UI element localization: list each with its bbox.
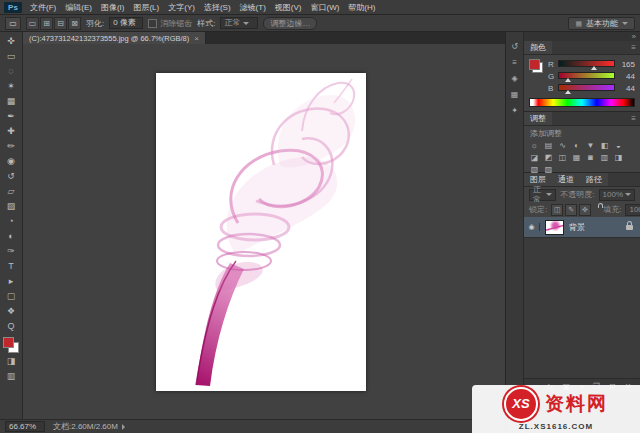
shape-tool-icon[interactable]: ▢ xyxy=(3,290,19,303)
lock-position-icon[interactable]: ✜ xyxy=(579,204,591,216)
feather-input[interactable]: 0 像素 xyxy=(109,17,143,29)
selection-mode-icon[interactable]: ⊟ xyxy=(54,17,67,30)
menu-item[interactable]: 滤镜(T) xyxy=(240,2,266,13)
channel-value[interactable]: 44 xyxy=(619,72,635,81)
brush-tool-icon[interactable]: ✏ xyxy=(3,140,19,153)
brightness-contrast-icon[interactable]: ☼ xyxy=(528,140,541,151)
lasso-tool-icon[interactable]: ◌ xyxy=(3,65,19,78)
slider-track[interactable] xyxy=(558,60,615,67)
hue-saturation-icon[interactable]: ◧ xyxy=(598,140,611,151)
tab-color[interactable]: 颜色 xyxy=(524,41,552,54)
vibrance-icon[interactable]: ▼ xyxy=(584,140,597,151)
styles-panel-icon[interactable]: ✦ xyxy=(511,106,518,115)
lock-transparency-icon[interactable]: ◫ xyxy=(551,204,563,216)
menu-item[interactable]: 图像(I) xyxy=(101,2,125,13)
eraser-tool-icon[interactable]: ▱ xyxy=(3,185,19,198)
layer-thumbnail[interactable] xyxy=(545,220,564,235)
layers-panel-tab[interactable]: 路径 xyxy=(580,173,608,186)
threshold-icon[interactable]: ◨ xyxy=(612,152,625,163)
photo-filter-icon[interactable]: ◩ xyxy=(542,152,555,163)
black-white-icon[interactable]: ◪ xyxy=(528,152,541,163)
collapse-panels-icon[interactable]: » xyxy=(632,32,636,41)
layer-visibility-eye-icon[interactable]: ◉ xyxy=(524,223,540,231)
blur-tool-icon[interactable]: ◔ xyxy=(3,215,19,228)
selection-mode-icon[interactable]: ⊞ xyxy=(40,17,53,30)
selection-mode-icon[interactable]: ⊠ xyxy=(68,17,81,30)
menu-item[interactable]: 图层(L) xyxy=(133,2,159,13)
exposure-icon[interactable]: ◐ xyxy=(570,140,583,151)
close-icon[interactable]: × xyxy=(194,34,199,43)
zoom-level-field[interactable]: 66.67% xyxy=(5,421,45,432)
properties-panel-icon[interactable]: ≡ xyxy=(512,58,517,67)
active-tool-icon[interactable]: ▭ xyxy=(5,17,21,30)
history-panel-icon[interactable]: ↺ xyxy=(511,42,518,51)
clone-stamp-tool-icon[interactable]: ◉ xyxy=(3,155,19,168)
move-tool-icon[interactable]: ✜ xyxy=(3,35,19,48)
magic-wand-tool-icon[interactable]: ✶ xyxy=(3,80,19,93)
style-select[interactable]: 正常 xyxy=(220,17,258,29)
path-selection-tool-icon[interactable]: ▸ xyxy=(3,275,19,288)
menu-item[interactable]: 编辑(E) xyxy=(65,2,92,13)
type-tool-icon[interactable]: T xyxy=(3,260,19,273)
menu-item[interactable]: 窗口(W) xyxy=(310,2,339,13)
info-panel-icon[interactable]: ◈ xyxy=(511,74,517,83)
color-lookup-icon[interactable]: ▦ xyxy=(570,152,583,163)
selection-mode-icon[interactable]: ▭ xyxy=(26,17,39,30)
slider-marker-icon[interactable] xyxy=(591,66,597,70)
workspace-switcher-button[interactable]: ▦ 基本功能 xyxy=(568,17,635,30)
curves-icon[interactable]: ∿ xyxy=(556,140,569,151)
screen-mode-icon[interactable]: ▥ xyxy=(3,370,19,383)
checkbox-icon[interactable] xyxy=(148,19,157,28)
color-swatches[interactable] xyxy=(3,337,19,353)
channel-mixer-icon[interactable]: ◫ xyxy=(556,152,569,163)
rectangular-marquee-tool-icon[interactable]: ▭ xyxy=(3,50,19,63)
channel-value[interactable]: 165 xyxy=(619,60,635,69)
document-size-info[interactable]: 文档:2.60M/2.60M xyxy=(53,421,125,432)
slider-marker-icon[interactable] xyxy=(565,78,571,82)
levels-icon[interactable]: ▤ xyxy=(542,140,555,151)
menu-item[interactable]: 文件(F) xyxy=(30,2,56,13)
pen-tool-icon[interactable]: ✑ xyxy=(3,245,19,258)
posterize-icon[interactable]: ▥ xyxy=(598,152,611,163)
history-brush-tool-icon[interactable]: ↺ xyxy=(3,170,19,183)
color-spectrum-ramp[interactable] xyxy=(529,98,635,107)
canvas-area[interactable] xyxy=(23,44,505,420)
zoom-tool-icon[interactable]: Q xyxy=(3,320,19,333)
foreground-color-swatch[interactable] xyxy=(529,59,540,70)
fill-field[interactable]: 100% xyxy=(625,204,640,216)
menu-item[interactable]: 文字(Y) xyxy=(168,2,195,13)
healing-brush-tool-icon[interactable]: ✚ xyxy=(3,125,19,138)
swatches-panel-icon[interactable]: ▦ xyxy=(511,90,519,99)
antialias-checkbox[interactable]: 消除锯齿 xyxy=(148,18,192,29)
document-tab[interactable]: (C):473731242132373555.jpg @ 66.7%(RGB/8… xyxy=(23,32,206,44)
opacity-field[interactable]: 100% xyxy=(599,189,635,201)
slider-marker-icon[interactable] xyxy=(565,90,571,94)
channel-slider[interactable] xyxy=(558,71,615,81)
panel-color-swatches[interactable] xyxy=(529,59,543,73)
panel-menu-icon[interactable]: ≡ xyxy=(627,114,640,123)
hand-tool-icon[interactable]: ❖ xyxy=(3,305,19,318)
channel-value[interactable]: 44 xyxy=(619,84,635,93)
panel-menu-icon[interactable]: ≡ xyxy=(627,43,640,52)
eyedropper-tool-icon[interactable]: ✒ xyxy=(3,110,19,123)
layer-name[interactable]: 背景 xyxy=(569,222,624,233)
blend-mode-select[interactable]: 正常 xyxy=(529,189,556,201)
layers-panel-tab[interactable]: 通道 xyxy=(552,173,580,186)
gradient-tool-icon[interactable]: ▨ xyxy=(3,200,19,213)
menu-item[interactable]: 帮助(H) xyxy=(348,2,375,13)
lock-pixels-icon[interactable]: ✎ xyxy=(565,204,577,216)
menu-item[interactable]: 选择(S) xyxy=(204,2,231,13)
menu-item[interactable]: 视图(V) xyxy=(275,2,302,13)
invert-icon[interactable]: ◙ xyxy=(584,152,597,163)
layer-row-background[interactable]: ◉ 背景 xyxy=(524,217,640,238)
foreground-color-swatch[interactable] xyxy=(3,337,14,348)
channel-slider[interactable] xyxy=(558,83,615,93)
quick-mask-icon[interactable]: ◨ xyxy=(3,355,19,368)
refine-edge-button[interactable]: 调整边缘… xyxy=(263,17,317,30)
color-balance-icon[interactable]: ◒ xyxy=(612,140,625,151)
crop-tool-icon[interactable]: ▦ xyxy=(3,95,19,108)
tab-adjustments[interactable]: 调整 xyxy=(524,112,552,125)
dodge-tool-icon[interactable]: ◐ xyxy=(3,230,19,243)
channel-slider[interactable] xyxy=(558,59,615,69)
document[interactable] xyxy=(156,73,366,391)
